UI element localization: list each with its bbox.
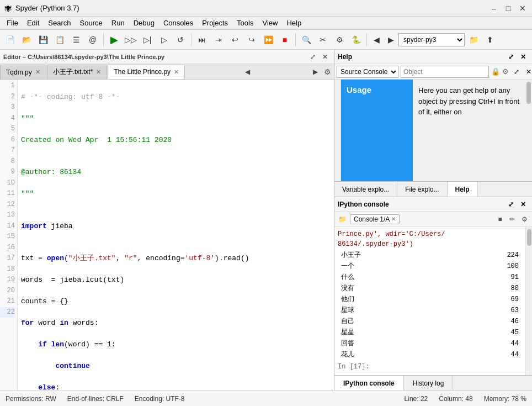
console-options-button[interactable]: ⚙ [519, 214, 530, 225]
run-cell-advance-button[interactable]: ▷| [140, 32, 155, 48]
help-undock2-button[interactable]: ⤢ [511, 66, 522, 77]
menu-edit[interactable]: Edit [23, 18, 44, 28]
tab-little-prince[interactable]: The Little Prince.py ✕ [108, 65, 185, 79]
tab-options-button[interactable]: ⚙ [321, 65, 334, 79]
menu-source[interactable]: Source [76, 18, 107, 28]
env-up-button[interactable]: ⬆ [482, 32, 498, 48]
help-close2-button[interactable]: ✕ [523, 66, 532, 77]
close-button[interactable]: ✕ [518, 3, 528, 13]
run-cell-button[interactable]: ▷▷ [123, 32, 139, 48]
environment-select[interactable]: spyder-py3 [398, 33, 465, 46]
help-close-button[interactable]: ✕ [518, 51, 529, 62]
menu-view[interactable]: View [258, 18, 282, 28]
editor-panel-title: Editor – C:\Users\86134\.spyder-py3\The … [3, 54, 164, 60]
console-close-button[interactable]: ✕ [518, 199, 529, 210]
table-row: 星星45 [339, 328, 521, 338]
continue-button[interactable]: ⏩ [260, 32, 276, 48]
console-content: Prince.py', wdir='C:/Users/ 86134/.spyde… [334, 227, 525, 375]
replace-button[interactable]: ✂ [315, 32, 331, 48]
run-button[interactable]: ▶ [107, 32, 122, 48]
prompt-text: In [17]: [338, 363, 370, 371]
tab-xiaowangzi-label: 小王子.txt.txt* [53, 67, 93, 77]
tab-tqdm[interactable]: Tqdm.py ✕ [0, 65, 46, 79]
save-all-button[interactable]: 📋 [52, 32, 67, 48]
help-options-button[interactable]: ⚙ [502, 66, 509, 78]
minimize-button[interactable]: – [489, 3, 499, 13]
menu-file[interactable]: File [2, 18, 23, 28]
tab-little-prince-label: The Little Prince.py [114, 68, 171, 76]
conda-button[interactable]: 🐍 [348, 32, 364, 48]
console-undock-button[interactable]: ⤢ [506, 199, 517, 210]
menu-tools[interactable]: Tools [232, 18, 258, 28]
step-button[interactable]: ⇥ [211, 32, 226, 48]
statusbar: Permissions: RW End-of-lines: CRLF Encod… [0, 391, 532, 406]
toolbar-separator-4 [366, 33, 367, 46]
env-folder-button[interactable]: 📁 [466, 32, 481, 48]
status-line: Line: 22 [405, 395, 428, 403]
help-source-select[interactable]: Source Console [337, 66, 398, 78]
right-panel: Help ⤢ ✕ Source Console 🔒 ⚙ ⤢ ✕ [334, 50, 532, 391]
console-data-table: 小王子224 一个100 什么91 没有80 他们69 星球63 自己46 星星… [338, 249, 522, 361]
code-editor[interactable]: # -*- coding: utf-8 -*- """ Created on W… [18, 80, 334, 391]
open-file-button[interactable]: 📂 [19, 32, 34, 48]
console-panel-header: IPython console ⤢ ✕ [334, 197, 532, 212]
help-tab-file[interactable]: File explo... [397, 182, 447, 197]
tab-little-prince-close[interactable]: ✕ [174, 68, 179, 76]
table-row: 什么91 [339, 272, 521, 282]
find-button[interactable]: 🔍 [299, 32, 314, 48]
help-tab-variable[interactable]: Variable explo... [334, 182, 397, 197]
editor-close-button[interactable]: ✕ [320, 51, 331, 62]
editor-undock-button[interactable]: ⤢ [307, 51, 318, 62]
debug-button[interactable]: ⏭ [194, 32, 210, 48]
console-scrollbar-thumb[interactable] [527, 229, 531, 246]
menu-consoles[interactable]: Consoles [159, 18, 198, 28]
preferences-button[interactable]: ⚙ [332, 32, 347, 48]
re-run-button[interactable]: ↺ [173, 32, 188, 48]
line-numbers: 12345 678910 1112131415 1617181920 2122 [0, 80, 18, 391]
forward-button[interactable]: ▶ [384, 33, 397, 46]
stop-button[interactable]: ■ [277, 32, 292, 48]
tab-next-button[interactable]: ▶ [310, 65, 321, 79]
tab-tqdm-close[interactable]: ✕ [35, 68, 40, 76]
count-cell: 45 [461, 328, 521, 338]
count-cell: 63 [461, 305, 521, 315]
menu-debug[interactable]: Debug [129, 18, 159, 28]
menu-help[interactable]: Help [282, 18, 306, 28]
help-lock-button[interactable]: 🔒 [491, 66, 500, 78]
word-cell: 花儿 [339, 350, 460, 360]
help-tab-help[interactable]: Help [448, 182, 478, 197]
console-bottom-tabs: IPython console History log [334, 375, 532, 391]
console-line-2: 86134/.spyder-py3') [338, 239, 522, 249]
tab-prev-button[interactable]: ◀ [242, 65, 253, 79]
at-button[interactable]: @ [85, 32, 100, 48]
code-area: 12345 678910 1112131415 1617181920 2122 … [0, 80, 334, 391]
menu-projects[interactable]: Projects [198, 18, 232, 28]
tab-xiaowangzi[interactable]: 小王子.txt.txt* ✕ [47, 65, 108, 79]
help-scrollbar-thumb[interactable] [526, 82, 531, 104]
menu-run[interactable]: Run [107, 18, 129, 28]
console-new-button[interactable]: 📁 [337, 214, 348, 225]
console-tab-close[interactable]: ✕ [391, 216, 396, 222]
save-button[interactable]: 💾 [35, 32, 51, 48]
console-stop-button[interactable]: ■ [494, 214, 506, 225]
menubar: File Edit Search Source Run Debug Consol… [0, 17, 532, 30]
menu-search[interactable]: Search [44, 18, 75, 28]
console-bottom-tab-ipython[interactable]: IPython console [334, 376, 404, 391]
status-permissions: Permissions: RW [6, 395, 56, 403]
back-button[interactable]: ◀ [370, 33, 383, 46]
console-bottom-tab-history[interactable]: History log [404, 376, 454, 391]
console-edit-button[interactable]: ✏ [507, 214, 518, 225]
run-selection-button[interactable]: ▷ [156, 32, 172, 48]
help-undock-button[interactable]: ⤢ [506, 51, 517, 62]
list-button[interactable]: ☰ [68, 32, 84, 48]
tab-xiaowangzi-close[interactable]: ✕ [96, 68, 101, 76]
new-file-button[interactable]: 📄 [2, 32, 18, 48]
step-into-button[interactable]: ↩ [227, 32, 243, 48]
console-tab-label: Console 1/A ✕ [350, 214, 400, 224]
help-text: Here you can get help of any object by p… [413, 80, 525, 181]
count-cell: 44 [461, 350, 521, 360]
maximize-button[interactable]: □ [503, 3, 513, 13]
help-object-input[interactable] [401, 66, 489, 78]
step-out-button[interactable]: ↪ [244, 32, 259, 48]
table-row: 他们69 [339, 294, 521, 304]
